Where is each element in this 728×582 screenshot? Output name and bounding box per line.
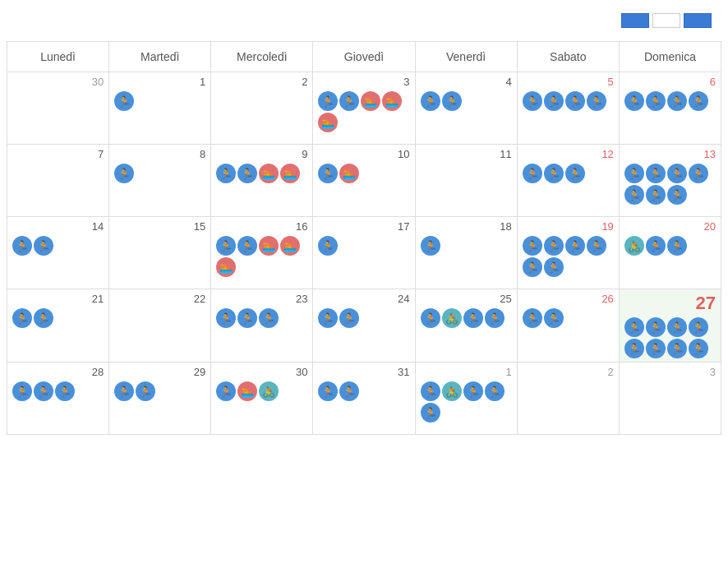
event-icon[interactable]: 🏃 [34, 308, 53, 328]
event-icon[interactable]: 🏃 [646, 185, 666, 205]
event-icon[interactable]: 🏃 [421, 308, 440, 328]
event-icon[interactable]: 🏊 [259, 236, 279, 256]
event-icon[interactable]: 🏃 [339, 91, 359, 111]
event-icon[interactable]: 🏃 [667, 164, 687, 183]
event-icon[interactable]: 🏃 [544, 164, 564, 183]
event-icon[interactable]: 🏃 [12, 381, 32, 401]
event-icon[interactable]: 🏃 [339, 381, 359, 401]
event-icon[interactable]: 🏃 [624, 164, 644, 183]
event-icon[interactable]: 🏃 [318, 308, 338, 328]
event-icon[interactable]: 🏃 [318, 381, 338, 401]
event-icon[interactable]: 🚴 [442, 308, 462, 328]
event-icon[interactable]: 🏃 [318, 164, 338, 183]
event-icon[interactable]: 🏃 [114, 91, 134, 111]
event-icon[interactable]: 🏃 [463, 381, 483, 401]
event-icon[interactable]: 🏃 [485, 308, 505, 328]
event-icon[interactable]: 🏃 [667, 185, 687, 205]
event-icon[interactable]: 🏃 [216, 164, 236, 183]
calendar-cell: 10🏃🏊 [313, 145, 415, 217]
event-icon[interactable]: 🏃 [565, 236, 585, 256]
event-icon[interactable]: 🏃 [646, 317, 666, 337]
event-icon[interactable]: 🏃 [646, 236, 666, 256]
event-icon[interactable]: 🏃 [421, 91, 440, 111]
event-icon[interactable]: 🏃 [646, 339, 666, 358]
event-icon[interactable]: 🏃 [667, 317, 687, 337]
event-icon[interactable]: 🏃 [318, 91, 338, 111]
event-icon[interactable]: 🏃 [544, 308, 564, 328]
event-icon[interactable]: 🏃 [523, 308, 542, 328]
event-icon[interactable]: 🏃 [421, 236, 440, 256]
event-icon[interactable]: 🏃 [544, 257, 564, 277]
event-icon[interactable]: 🏃 [689, 339, 708, 358]
event-icon[interactable]: 🏃 [34, 236, 53, 256]
day-number: 1 [421, 366, 512, 378]
prev-button[interactable] [621, 13, 649, 28]
event-icon[interactable]: 🏃 [523, 257, 542, 277]
event-icon[interactable]: 🏃 [624, 317, 644, 337]
event-icon[interactable]: 🏃 [216, 381, 236, 401]
event-icon[interactable]: 🚴 [442, 381, 462, 401]
event-icon[interactable]: 🏊 [259, 164, 279, 183]
event-icon[interactable]: 🏃 [565, 91, 585, 111]
event-icon[interactable]: 🏃 [237, 236, 257, 256]
event-icon[interactable]: 🏃 [587, 236, 606, 256]
next-button[interactable] [684, 13, 712, 28]
event-icon[interactable]: 🏃 [237, 164, 257, 183]
event-icon[interactable]: 🏃 [624, 91, 644, 111]
event-icon[interactable]: 🏃 [421, 381, 440, 401]
event-icon[interactable]: 🏊 [237, 381, 257, 401]
event-icon[interactable]: 🏊 [280, 164, 300, 183]
event-icon[interactable]: 🏊 [280, 236, 300, 256]
event-icon[interactable]: 🏃 [463, 308, 483, 328]
event-icon[interactable]: 🏃 [544, 236, 564, 256]
event-icon[interactable]: 🏃 [689, 317, 708, 337]
day-number: 21 [12, 293, 104, 305]
event-icon[interactable]: 🏃 [12, 308, 32, 328]
day-number: 26 [523, 293, 614, 305]
event-icon[interactable]: 🏃 [689, 164, 708, 183]
event-icon[interactable]: 🏃 [646, 164, 666, 183]
column-header-giovedì: Giovedì [313, 42, 415, 72]
event-icon[interactable]: 🏃 [523, 164, 542, 183]
event-icon[interactable]: 🏃 [114, 381, 134, 401]
event-icon[interactable]: 🏃 [216, 308, 236, 328]
event-icon[interactable]: 🏃 [667, 339, 687, 358]
event-icon[interactable]: 🏃 [114, 164, 134, 183]
event-icon[interactable]: 🏃 [485, 381, 505, 401]
event-icon[interactable]: 🏃 [544, 91, 564, 111]
event-icon[interactable]: 🏃 [237, 308, 257, 328]
event-icon[interactable]: 🏃 [318, 236, 338, 256]
event-icon[interactable]: 🏃 [259, 308, 279, 328]
event-icon[interactable]: 🏃 [421, 403, 440, 423]
day-number: 9 [216, 148, 307, 160]
event-icon[interactable]: 🏃 [667, 91, 687, 111]
event-icon[interactable]: 🏃 [136, 381, 155, 401]
event-icon[interactable]: 🏊 [361, 91, 380, 111]
event-icon[interactable]: 🏊 [339, 164, 359, 183]
today-button[interactable] [652, 13, 680, 28]
event-icon[interactable]: 🏃 [667, 236, 687, 256]
event-icon[interactable]: 🏃 [12, 236, 32, 256]
event-icon[interactable]: 🏃 [523, 91, 542, 111]
event-icon[interactable]: 🏊 [318, 113, 338, 132]
event-icon[interactable]: 🏃 [523, 236, 542, 256]
event-icon[interactable]: 🚴 [259, 381, 279, 401]
calendar-cell: 8🏃 [109, 145, 211, 217]
event-icon[interactable]: 🚴 [624, 236, 644, 256]
events-container: 🏃🏃 [318, 381, 409, 401]
event-icon[interactable]: 🏃 [55, 381, 75, 401]
event-icon[interactable]: 🏃 [689, 91, 708, 111]
event-icon[interactable]: 🏃 [565, 164, 585, 183]
event-icon[interactable]: 🏃 [624, 185, 644, 205]
event-icon[interactable]: 🏃 [624, 339, 644, 358]
event-icon[interactable]: 🏃 [34, 381, 53, 401]
event-icon[interactable]: 🏊 [382, 91, 402, 111]
event-icon[interactable]: 🏃 [339, 308, 359, 328]
events-container: 🏃🏃🏊🏊🏊 [318, 91, 409, 132]
event-icon[interactable]: 🏃 [587, 91, 606, 111]
event-icon[interactable]: 🏃 [646, 91, 666, 111]
day-number: 11 [421, 148, 512, 160]
event-icon[interactable]: 🏊 [216, 257, 236, 277]
event-icon[interactable]: 🏃 [216, 236, 236, 256]
event-icon[interactable]: 🏃 [442, 91, 462, 111]
